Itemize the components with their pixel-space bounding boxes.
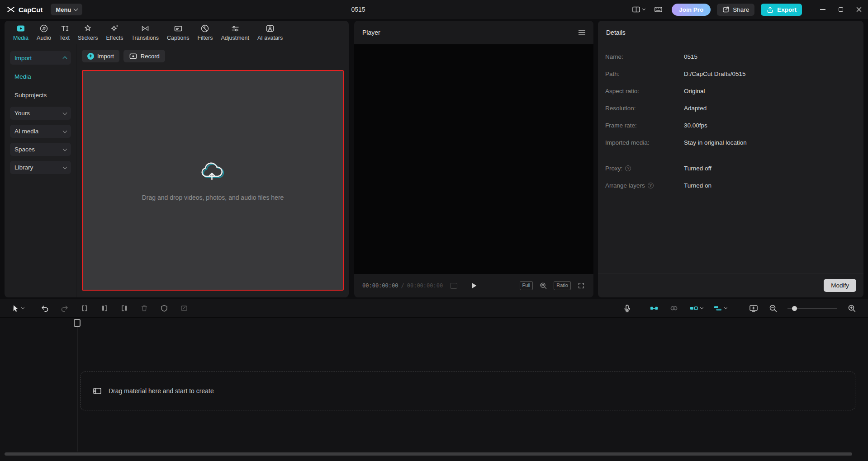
tab-audio[interactable]: Audio: [33, 24, 55, 41]
record-button[interactable]: Record: [123, 50, 165, 62]
delete-left-button[interactable]: [100, 304, 109, 313]
shield-icon: [160, 304, 169, 313]
preview-axis-toggle[interactable]: [689, 303, 703, 313]
chevron-down-icon: [63, 165, 67, 169]
share-button[interactable]: Share: [717, 4, 754, 16]
main-track-magnet-toggle[interactable]: [649, 303, 659, 313]
timeline-zoom-slider[interactable]: [787, 305, 837, 311]
detail-row-name: Name: 0515: [598, 48, 863, 65]
auto-arrange-toggle[interactable]: [713, 303, 727, 313]
tab-label: Captions: [167, 35, 189, 41]
record-icon: [129, 52, 138, 61]
import-sidebar: Import Media Subprojects Yours AI media …: [5, 44, 77, 297]
chevron-down-icon: [642, 7, 645, 10]
player-menu-icon[interactable]: [579, 30, 585, 35]
voiceover-button[interactable]: [622, 304, 632, 313]
tab-adjustment[interactable]: Adjustment: [217, 24, 253, 41]
player-controls: 00:00:00:00 / 00:00:00:00 Full Ratio: [354, 274, 593, 297]
keyboard-shortcuts-icon[interactable]: [654, 5, 663, 14]
edit-clip-button[interactable]: [180, 304, 189, 313]
chevron-down-icon: [700, 306, 703, 309]
sidebar-section-yours[interactable]: Yours: [10, 107, 71, 120]
tab-text[interactable]: Text: [55, 24, 74, 41]
chevron-down-icon: [724, 306, 727, 309]
transitions-icon: [140, 24, 150, 33]
maximize-button[interactable]: [832, 0, 850, 19]
full-screen-fit-button[interactable]: Full: [520, 281, 533, 290]
media-dropzone[interactable]: Drag and drop videos, photos, and audio …: [82, 70, 344, 291]
timeline-scrollbar[interactable]: [5, 452, 852, 456]
preview-zoom-icon[interactable]: [539, 282, 547, 290]
capcut-logo-icon: [6, 5, 15, 14]
minimize-button[interactable]: [814, 0, 832, 19]
tab-stickers[interactable]: Stickers: [74, 24, 102, 41]
close-button[interactable]: [850, 0, 868, 19]
import-button[interactable]: + Import: [82, 50, 119, 62]
tab-media[interactable]: Media: [9, 24, 33, 41]
text-icon: [60, 24, 70, 33]
preview-quality-button[interactable]: [749, 303, 759, 313]
tab-transitions[interactable]: Transitions: [127, 24, 163, 41]
delete-right-button[interactable]: [120, 304, 129, 313]
timeline-drop-area[interactable]: Drag material here and start to create: [80, 372, 855, 410]
media-library-panel: Media Audio Text Stickers Effects Transi…: [5, 21, 349, 297]
tab-label: Stickers: [78, 35, 98, 41]
link-toggle[interactable]: [669, 303, 679, 313]
undo-button[interactable]: [40, 304, 49, 313]
select-tool-button[interactable]: [11, 304, 24, 313]
sidebar-section-ai-media[interactable]: AI media: [10, 125, 71, 138]
detail-label: Frame rate:: [605, 122, 684, 129]
help-icon[interactable]: ?: [648, 183, 654, 188]
split-button[interactable]: [80, 304, 89, 313]
redo-icon: [60, 304, 69, 313]
mark-icon[interactable]: [450, 283, 457, 289]
tab-ai-avatars[interactable]: AI avatars: [253, 24, 287, 41]
detail-value: Stay in original location: [684, 139, 747, 146]
mask-button[interactable]: [160, 304, 169, 313]
sidebar-import-header[interactable]: Import: [10, 51, 71, 65]
sidebar-item-subprojects[interactable]: Subprojects: [10, 88, 71, 102]
cursor-icon: [11, 304, 20, 313]
detail-label: Name:: [605, 53, 684, 60]
tab-label: Media: [13, 35, 28, 41]
help-icon[interactable]: ?: [625, 165, 631, 171]
detail-label: Imported media:: [605, 139, 684, 146]
sidebar-item-media[interactable]: Media: [10, 70, 71, 83]
tab-effects[interactable]: Effects: [102, 24, 127, 41]
trim-right-icon: [120, 304, 129, 313]
trash-icon: [140, 304, 149, 313]
play-button[interactable]: [470, 281, 479, 290]
sidebar-section-library[interactable]: Library: [10, 161, 71, 174]
export-button[interactable]: Export: [761, 4, 802, 16]
menu-button[interactable]: Menu: [51, 4, 82, 15]
delete-button[interactable]: [140, 304, 149, 313]
tab-filters[interactable]: Filters: [193, 24, 217, 41]
chevron-down-icon: [63, 146, 67, 151]
chevron-down-icon: [63, 110, 67, 115]
playhead[interactable]: [74, 319, 81, 327]
modify-button[interactable]: Modify: [824, 279, 856, 292]
sidebar-section-spaces[interactable]: Spaces: [10, 143, 71, 156]
timeline-empty-hint: Drag material here and start to create: [109, 387, 214, 395]
sidebar-yours-label: Yours: [14, 110, 30, 117]
detail-label: Resolution:: [605, 105, 684, 112]
detail-value: Turned off: [684, 165, 711, 172]
detail-row-arrange-layers: Arrange layers ? Turned on: [598, 177, 863, 194]
detail-value: Original: [684, 88, 705, 94]
tab-captions[interactable]: Captions: [163, 24, 193, 41]
playhead-line: [77, 327, 77, 452]
ratio-button[interactable]: Ratio: [554, 281, 571, 290]
slider-knob[interactable]: [792, 306, 797, 311]
panel-layout-icon[interactable]: [632, 5, 645, 14]
redo-button[interactable]: [60, 304, 69, 313]
join-pro-button[interactable]: Join Pro: [672, 4, 711, 16]
fullscreen-icon[interactable]: [577, 282, 585, 290]
media-actions: + Import Record: [82, 50, 165, 62]
capcut-window: CapCut Menu 0515 Join Pro Share: [0, 0, 868, 461]
timeline-zoom-out-button[interactable]: [768, 304, 778, 313]
detail-row-imported-media: Imported media: Stay in original locatio…: [598, 134, 863, 151]
timeline-zoom-in-button[interactable]: [847, 304, 856, 313]
sidebar-library-label: Library: [14, 164, 33, 171]
preview-axis-icon: [689, 303, 699, 313]
sidebar-ai-media-label: AI media: [14, 128, 38, 135]
